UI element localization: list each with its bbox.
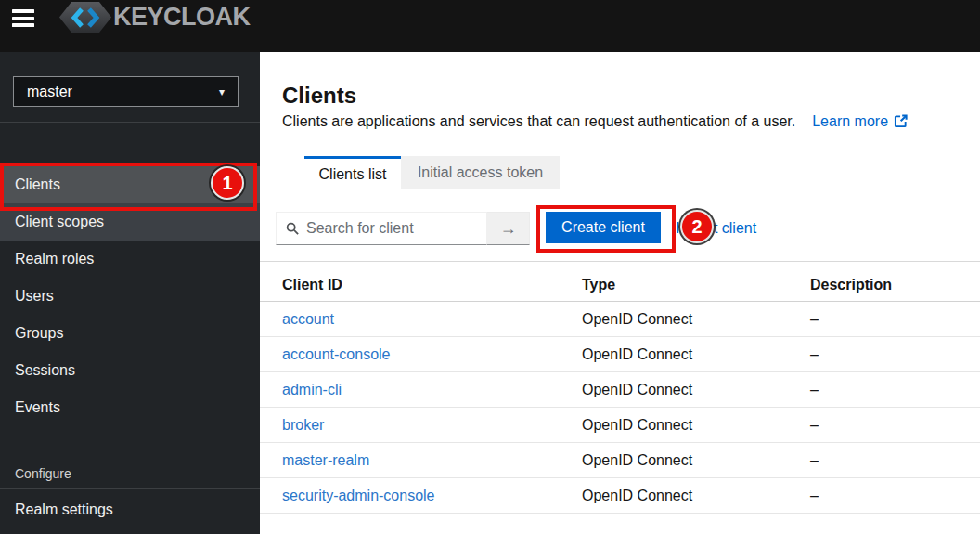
client-description: – bbox=[810, 382, 980, 398]
search-icon bbox=[286, 222, 299, 235]
page-description: Clients are applications and services th… bbox=[282, 113, 908, 132]
sidebar: master ▾ Manage Clients Client scopes Re… bbox=[0, 52, 260, 534]
keycloak-logo: KEYCLOAK bbox=[59, 1, 251, 33]
sidebar-item-sessions[interactable]: Sessions bbox=[0, 352, 260, 389]
header-description: Description bbox=[810, 277, 980, 293]
table-header-row: Client ID Type Description bbox=[260, 269, 980, 302]
table-row: account OpenID Connect – bbox=[260, 302, 980, 337]
sidebar-item-label: Groups bbox=[15, 325, 63, 342]
client-link-account-console[interactable]: account-console bbox=[282, 346, 391, 362]
table-row: account-console OpenID Connect – bbox=[260, 337, 980, 372]
toolbar-divider bbox=[260, 261, 980, 262]
client-type: OpenID Connect bbox=[582, 382, 810, 398]
external-link-icon bbox=[894, 114, 908, 132]
client-type: OpenID Connect bbox=[582, 488, 810, 504]
table-row: admin-cli OpenID Connect – bbox=[260, 372, 980, 408]
search-submit-button[interactable]: → bbox=[487, 212, 530, 245]
tab-label: Clients list bbox=[319, 166, 387, 183]
sidebar-item-groups[interactable]: Groups bbox=[0, 315, 260, 352]
masthead: KEYCLOAK bbox=[0, 0, 980, 52]
page-description-text: Clients are applications and services th… bbox=[282, 113, 795, 129]
sidebar-item-clients[interactable]: Clients bbox=[0, 166, 260, 203]
chevron-down-icon: ▾ bbox=[219, 85, 225, 98]
sidebar-divider bbox=[0, 488, 260, 489]
sidebar-item-realm-settings[interactable]: Realm settings bbox=[0, 491, 260, 528]
nav-section-configure: Configure bbox=[15, 466, 71, 481]
tab-label: Initial access token bbox=[418, 164, 543, 181]
client-description: – bbox=[810, 346, 980, 363]
client-search-group: → bbox=[276, 212, 530, 245]
client-link-account[interactable]: account bbox=[282, 311, 334, 327]
brand-text: KEYCLOAK bbox=[113, 3, 251, 32]
client-description: – bbox=[810, 452, 980, 469]
clients-table: Client ID Type Description account OpenI… bbox=[260, 269, 980, 514]
learn-more-label: Learn more bbox=[812, 113, 888, 129]
import-client-link[interactable]: Import client bbox=[676, 220, 756, 237]
table-row: master-realm OpenID Connect – bbox=[260, 443, 980, 478]
sidebar-item-label: Realm settings bbox=[15, 501, 113, 518]
tab-clients-list[interactable]: Clients list bbox=[304, 156, 401, 189]
client-description: – bbox=[810, 417, 980, 434]
create-client-button[interactable]: Create client bbox=[546, 212, 661, 243]
client-type: OpenID Connect bbox=[582, 346, 810, 363]
sidebar-item-label: Realm roles bbox=[15, 251, 94, 267]
table-row: broker OpenID Connect – bbox=[260, 408, 980, 443]
sidebar-item-users[interactable]: Users bbox=[0, 278, 260, 315]
nav-toggle-hamburger-icon[interactable] bbox=[12, 9, 34, 27]
search-box bbox=[276, 212, 487, 245]
sidebar-item-label: Users bbox=[15, 288, 54, 305]
realm-selector[interactable]: master ▾ bbox=[13, 76, 239, 107]
sidebar-item-events[interactable]: Events bbox=[0, 389, 260, 426]
sidebar-divider bbox=[0, 122, 260, 123]
client-link-admin-cli[interactable]: admin-cli bbox=[282, 382, 342, 397]
client-description: – bbox=[810, 311, 980, 328]
header-client-id: Client ID bbox=[260, 277, 582, 293]
client-link-master-realm[interactable]: master-realm bbox=[282, 452, 369, 468]
learn-more-link[interactable]: Learn more bbox=[812, 113, 908, 129]
realm-selector-value: master bbox=[27, 84, 72, 100]
arrow-right-icon: → bbox=[500, 219, 517, 239]
client-type: OpenID Connect bbox=[582, 311, 810, 328]
client-description: – bbox=[810, 488, 980, 504]
sidebar-item-realm-roles[interactable]: Realm roles bbox=[0, 241, 260, 278]
client-link-broker[interactable]: broker bbox=[282, 417, 324, 433]
keycloak-hexagon-icon bbox=[59, 2, 111, 33]
main-content: Clients Clients are applications and ser… bbox=[260, 52, 980, 534]
search-input[interactable] bbox=[306, 220, 479, 237]
tab-initial-access-token[interactable]: Initial access token bbox=[401, 156, 560, 189]
header-type: Type bbox=[582, 277, 810, 293]
table-row: security-admin-console OpenID Connect – bbox=[260, 478, 980, 514]
sidebar-item-client-scopes[interactable]: Client scopes bbox=[0, 203, 260, 241]
client-type: OpenID Connect bbox=[582, 452, 810, 469]
client-link-security-admin-console[interactable]: security-admin-console bbox=[282, 488, 435, 503]
sidebar-item-label: Sessions bbox=[15, 362, 75, 379]
sidebar-item-label: Events bbox=[15, 399, 60, 416]
sidebar-item-label: Clients bbox=[15, 176, 60, 193]
page-title: Clients bbox=[282, 83, 356, 109]
sidebar-item-label: Client scopes bbox=[15, 214, 104, 230]
client-type: OpenID Connect bbox=[582, 417, 810, 434]
